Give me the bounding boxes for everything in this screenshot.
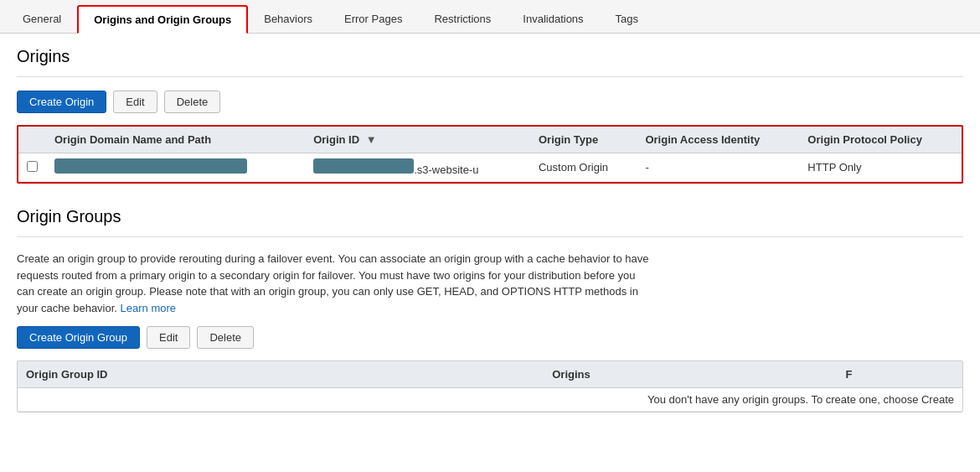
col-header-protocol-policy: Origin Protocol Policy xyxy=(799,127,962,153)
origin-groups-header-row: Origin Group ID Origins F xyxy=(18,361,962,388)
sort-arrow-icon: ▼ xyxy=(366,133,377,146)
origin-groups-description: Create an origin group to provide rerout… xyxy=(17,251,653,316)
col-header-origin-id[interactable]: Origin ID ▼ xyxy=(305,127,530,153)
main-content: Origins Create Origin Edit Delete Origin… xyxy=(0,34,980,426)
checkbox-col-header xyxy=(18,127,46,153)
learn-more-link[interactable]: Learn more xyxy=(121,302,176,314)
create-origin-group-button[interactable]: Create Origin Group xyxy=(17,326,140,349)
col-header-origin-type: Origin Type xyxy=(530,127,637,153)
origin-groups-table-wrapper: Origin Group ID Origins F You don't have… xyxy=(17,360,963,412)
origin-groups-divider xyxy=(17,236,963,237)
og-col-header-failover: F xyxy=(838,361,963,388)
tab-tags[interactable]: Tags xyxy=(600,5,654,33)
tab-restrictions[interactable]: Restrictions xyxy=(418,5,507,33)
origins-table-header-row: Origin Domain Name and Path Origin ID ▼ … xyxy=(18,127,962,153)
origin-groups-section-title: Origin Groups xyxy=(17,207,963,226)
tab-behaviors[interactable]: Behaviors xyxy=(248,5,328,33)
origin-protocol-policy-cell: HTTP Only xyxy=(799,153,962,182)
origin-domain-cell xyxy=(46,153,305,182)
origin-groups-action-bar: Create Origin Group Edit Delete xyxy=(17,326,963,349)
tab-general[interactable]: General xyxy=(7,5,77,33)
row-checkbox[interactable] xyxy=(27,161,38,172)
origins-table-wrapper: Origin Domain Name and Path Origin ID ▼ … xyxy=(17,125,963,184)
tab-origins[interactable]: Origins and Origin Groups xyxy=(77,5,248,34)
id-redacted-bar xyxy=(313,158,414,174)
origin-groups-empty-row: You don't have any origin groups. To cre… xyxy=(18,388,962,412)
origin-groups-empty-message: You don't have any origin groups. To cre… xyxy=(18,388,962,412)
origins-section-title: Origins xyxy=(17,47,963,66)
origins-action-bar: Create Origin Edit Delete xyxy=(17,91,963,113)
og-col-header-id: Origin Group ID xyxy=(18,361,544,388)
tab-error-pages[interactable]: Error Pages xyxy=(328,5,418,33)
tabs-bar: GeneralOrigins and Origin GroupsBehavior… xyxy=(0,0,980,34)
col-header-access-identity: Origin Access Identity xyxy=(637,127,799,153)
origin-type-cell: Custom Origin xyxy=(530,153,637,182)
delete-origin-button[interactable]: Delete xyxy=(164,91,221,113)
table-row[interactable]: .s3-website-uCustom Origin-HTTP Only xyxy=(18,153,962,182)
delete-origin-group-button[interactable]: Delete xyxy=(197,326,254,349)
row-checkbox-cell xyxy=(18,153,46,182)
tab-invalidations[interactable]: Invalidations xyxy=(507,5,599,33)
origin-access-identity-cell: - xyxy=(637,153,799,182)
origins-table: Origin Domain Name and Path Origin ID ▼ … xyxy=(18,127,962,182)
col-header-domain: Origin Domain Name and Path xyxy=(46,127,305,153)
create-origin-button[interactable]: Create Origin xyxy=(17,91,106,113)
domain-redacted-bar xyxy=(54,158,247,174)
edit-origin-group-button[interactable]: Edit xyxy=(147,326,190,349)
edit-origin-button[interactable]: Edit xyxy=(113,91,157,113)
origin-groups-table: Origin Group ID Origins F You don't have… xyxy=(18,361,962,412)
og-col-header-origins: Origins xyxy=(544,361,837,388)
origins-divider xyxy=(17,76,963,77)
origin-id-cell: .s3-website-u xyxy=(305,153,530,182)
